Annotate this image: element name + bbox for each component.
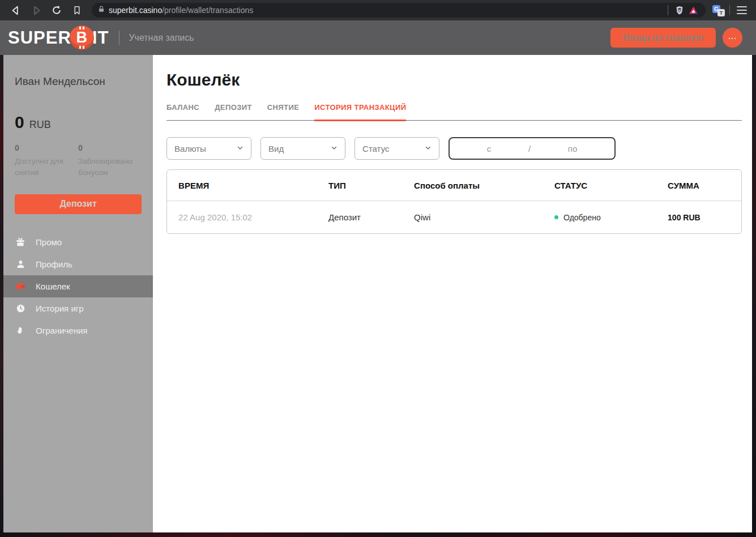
brave-shield-icon[interactable] bbox=[673, 3, 686, 17]
sidebar-nav: Промо Профиль Кошелек История игр bbox=[3, 231, 153, 342]
divider bbox=[668, 5, 668, 15]
column-payment-method: Способ оплаты bbox=[414, 181, 554, 190]
cell-time: 22 Aug 2020, 15:02 bbox=[178, 212, 328, 222]
tab-deposit[interactable]: ДЕПОЗИТ bbox=[215, 103, 252, 120]
forward-icon[interactable] bbox=[29, 3, 44, 18]
page-edge-right bbox=[752, 55, 756, 532]
sidebar-item-profile[interactable]: Профиль bbox=[3, 253, 153, 275]
logo-text-it: IT bbox=[92, 28, 109, 48]
lock-icon[interactable] bbox=[97, 5, 105, 15]
sidebar-item-wallet[interactable]: Кошелек bbox=[3, 275, 153, 297]
wallet-tabs: БАЛАНС ДЕПОЗИТ СНЯТИЕ ИСТОРИЯ ТРАНЗАКЦИЙ bbox=[166, 103, 742, 121]
balance: 0 RUB bbox=[15, 113, 142, 132]
gift-icon bbox=[15, 237, 26, 247]
more-button[interactable]: ... bbox=[723, 28, 742, 48]
chevron-down-icon bbox=[237, 143, 244, 154]
sidebar-item-promo[interactable]: Промо bbox=[3, 231, 153, 253]
transactions-table: ВРЕМЯ ТИП Способ оплаты СТАТУС СУММА 22 … bbox=[166, 169, 742, 234]
cell-payment-method: Qiwi bbox=[414, 212, 554, 222]
address-bar[interactable]: superbit.casino/profile/wallet/transacti… bbox=[92, 3, 706, 18]
sidebar-item-game-history[interactable]: История игр bbox=[3, 297, 153, 319]
status-select[interactable]: Статус bbox=[354, 137, 439, 160]
balance-currency: RUB bbox=[29, 119, 51, 131]
stat-available: 0 Доступно для снятия bbox=[15, 143, 78, 179]
column-status: СТАТУС bbox=[554, 181, 668, 190]
page-title: Кошелёк bbox=[166, 70, 742, 90]
hand-icon bbox=[15, 326, 26, 335]
status-dot bbox=[554, 215, 558, 219]
divider bbox=[119, 31, 119, 45]
app-header: SUPER B IT Учетная запись Назад на главн… bbox=[0, 20, 756, 55]
deposit-button[interactable]: Депозит bbox=[15, 194, 142, 214]
cell-status: Одобрено bbox=[554, 213, 668, 222]
table-row: 22 Aug 2020, 15:02 Депозит Qiwi Одобрено… bbox=[167, 201, 741, 233]
currency-select[interactable]: Валюты bbox=[166, 137, 251, 160]
logo-text-super: SUPER bbox=[8, 28, 71, 48]
url-path: /profile/wallet/transactions bbox=[162, 6, 253, 15]
status-text: Одобрено bbox=[563, 213, 601, 222]
date-to-field[interactable]: по bbox=[562, 144, 583, 154]
page-edge-bottom bbox=[0, 532, 756, 537]
tab-balance[interactable]: БАЛАНС bbox=[166, 103, 199, 120]
stat-blocked-bonus: 0 Заблокировано бонусом bbox=[78, 143, 142, 179]
clock-icon bbox=[15, 304, 26, 313]
type-select[interactable]: Вид bbox=[260, 137, 345, 160]
section-label: Учетная запись bbox=[129, 33, 194, 43]
bat-icon[interactable] bbox=[686, 3, 700, 17]
cell-type: Депозит bbox=[328, 212, 414, 222]
translate-icon[interactable]: G T bbox=[712, 4, 725, 16]
column-type: ТИП bbox=[328, 181, 414, 190]
date-from-field[interactable]: с bbox=[481, 144, 497, 154]
divider bbox=[729, 5, 730, 15]
url-text: superbit.casino/profile/wallet/transacti… bbox=[109, 6, 253, 15]
table-header-row: ВРЕМЯ ТИП Способ оплаты СТАТУС СУММА bbox=[167, 170, 741, 201]
bookmark-icon[interactable] bbox=[70, 3, 84, 18]
browser-toolbar: superbit.casino/profile/wallet/transacti… bbox=[0, 0, 756, 20]
back-to-home-button[interactable]: Назад на главную bbox=[610, 28, 716, 48]
balance-amount: 0 bbox=[15, 113, 24, 132]
tab-transaction-history[interactable]: ИСТОРИЯ ТРАНЗАКЦИЙ bbox=[314, 103, 406, 120]
sidebar-item-limits[interactable]: Ограничения bbox=[3, 319, 153, 342]
chevron-down-icon bbox=[425, 143, 432, 154]
menu-icon[interactable] bbox=[734, 4, 749, 16]
bitcoin-coin-icon: B bbox=[70, 25, 94, 50]
wallet-main: Кошелёк БАЛАНС ДЕПОЗИТ СНЯТИЕ ИСТОРИЯ ТР… bbox=[153, 55, 752, 532]
back-icon[interactable] bbox=[8, 3, 23, 18]
filters-row: Валюты Вид Статус с / по bbox=[166, 137, 742, 160]
date-separator: / bbox=[528, 144, 531, 154]
tab-withdrawal[interactable]: СНЯТИЕ bbox=[267, 103, 299, 120]
chevron-down-icon bbox=[331, 143, 338, 154]
date-range-picker[interactable]: с / по bbox=[449, 137, 616, 160]
column-amount: СУММА bbox=[668, 181, 741, 190]
translate-t-badge: T bbox=[717, 9, 725, 16]
profile-sidebar: Иван Мендельсон 0 RUB 0 Доступно для сня… bbox=[3, 55, 153, 532]
column-time: ВРЕМЯ bbox=[178, 181, 328, 190]
superbit-logo[interactable]: SUPER B IT bbox=[8, 25, 109, 50]
wallet-icon bbox=[15, 281, 26, 291]
user-name: Иван Мендельсон bbox=[15, 75, 142, 88]
url-domain: superbit.casino bbox=[109, 6, 162, 15]
person-icon bbox=[15, 259, 26, 269]
reload-icon[interactable] bbox=[49, 3, 64, 18]
cell-amount: 100 RUB bbox=[668, 213, 741, 222]
